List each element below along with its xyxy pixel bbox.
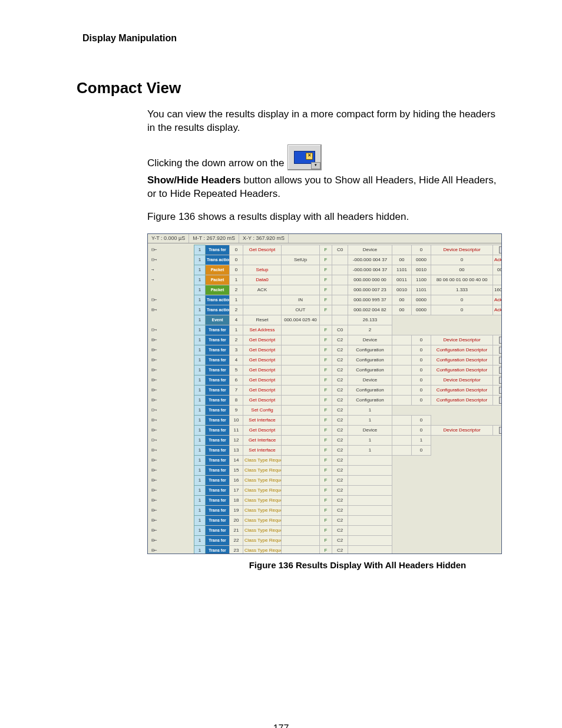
cell: 1 (194, 365, 206, 375)
cell: Configuration (348, 395, 392, 405)
cell: Trans fer (206, 445, 230, 455)
cell: 0000 (412, 295, 431, 305)
cell: 0000 (412, 305, 431, 315)
cell (282, 425, 320, 435)
figure-caption: Figure 136 Results Display With All Head… (212, 560, 503, 570)
cell (412, 525, 431, 535)
cell: ⊞← (150, 385, 194, 395)
cell: 1 (348, 445, 392, 455)
cell (412, 495, 431, 505)
cell: F (320, 375, 332, 385)
cell: 1 (194, 485, 206, 495)
cell: OUT (282, 305, 320, 315)
cell: ⊞← (150, 455, 194, 465)
table-row: →1Packet0SetupF-000.000 004 371101001000… (150, 265, 501, 275)
cell (412, 465, 431, 475)
cell (282, 415, 320, 425)
cell (243, 295, 282, 305)
cell: Configuration (348, 355, 392, 365)
cell: Trans fer (206, 505, 230, 515)
cell: 21 (230, 525, 243, 535)
cell: ⊟→ (150, 255, 194, 265)
cell: Configuration Descriptor (431, 345, 493, 355)
cell: F (320, 395, 332, 405)
cell: 0 (412, 425, 431, 435)
cell: Get Descript (243, 375, 282, 385)
cell (332, 275, 348, 285)
cell: 80 06 00 01 00 00 40 00 (431, 275, 493, 285)
cell: F (320, 265, 332, 275)
cell (332, 305, 348, 315)
cell (243, 305, 282, 315)
cell: 000.000 000 00 (348, 275, 392, 285)
cell (282, 365, 320, 375)
cell: F (320, 475, 332, 485)
cell: Data0 (243, 275, 282, 285)
cell: F (320, 245, 332, 255)
cell (282, 495, 320, 505)
cell: ⊟→ (150, 435, 194, 445)
time-bar: Y-T : 0.000 µS M-T : 267.920 mS X-Y : 36… (148, 234, 501, 243)
dropdown-icon: ▾ (493, 375, 502, 385)
cell: ⊞← (150, 395, 194, 405)
cell: 1 (194, 325, 206, 335)
cell: F (320, 485, 332, 495)
cell (392, 245, 412, 255)
cell: ⊞← (150, 425, 194, 435)
cell: ⊞← (150, 545, 194, 554)
cell (282, 275, 320, 285)
cell (412, 485, 431, 495)
cell: 10 (230, 415, 243, 425)
cell: Configuration Descriptor (431, 385, 493, 395)
cell: F (320, 325, 332, 335)
cell: ACK (243, 285, 282, 295)
cell: 0 (412, 445, 431, 455)
cell: C2 (332, 335, 348, 345)
cell: 0 (230, 255, 243, 265)
cell (412, 505, 431, 515)
cell: 18 (230, 495, 243, 505)
cell: F (320, 405, 332, 415)
cell: 0 (412, 335, 431, 345)
cell (412, 455, 431, 465)
cell (282, 435, 320, 445)
cell: Packet (206, 285, 230, 295)
cell: F (320, 505, 332, 515)
cell (348, 545, 392, 554)
table-row: ⊞←1Trans fer21Class Type RequestFC2 (150, 525, 501, 535)
cell (412, 515, 431, 525)
cell: 1 (194, 475, 206, 485)
cell: 1101 (412, 285, 431, 295)
cell: Setup (243, 265, 282, 275)
cell: Device Descriptor (431, 335, 493, 345)
cell: C0 (332, 245, 348, 255)
cell (282, 285, 320, 295)
cell: 0 (412, 385, 431, 395)
cell: 16 (230, 475, 243, 485)
cell: C2 (332, 495, 348, 505)
cell: Reset (243, 315, 282, 325)
table-row: ⊞←1Trans fer18Class Type RequestFC2 (150, 495, 501, 505)
cell: Trans fer (206, 545, 230, 554)
cell (243, 255, 282, 265)
dropdown-icon: ▾ (493, 385, 502, 395)
cell (392, 485, 412, 495)
cell (412, 325, 431, 335)
cell: C2 (332, 405, 348, 415)
cell (392, 545, 412, 554)
cell: 1 (194, 415, 206, 425)
cell (392, 535, 412, 545)
cell (282, 265, 320, 275)
cell: 19 (230, 505, 243, 515)
cell (392, 435, 412, 445)
time-xy: X-Y : 367.920 mS (239, 234, 289, 243)
cell (348, 465, 392, 475)
cell: 1 (194, 245, 206, 255)
cell: 0 (431, 305, 493, 315)
cell (282, 535, 320, 545)
cell: F (320, 255, 332, 265)
cell (392, 475, 412, 485)
cell: 1 (230, 275, 243, 285)
cell: Set Interface (243, 445, 282, 455)
cell: 00 (392, 305, 412, 315)
